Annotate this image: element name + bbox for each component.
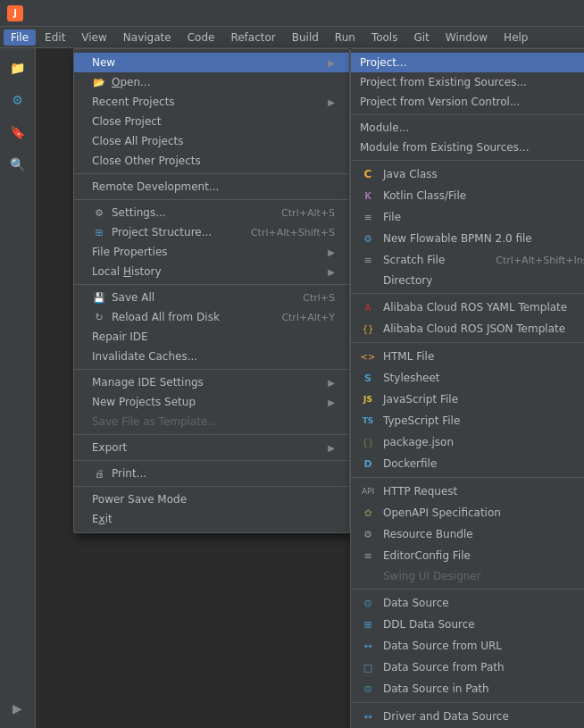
sub-divider-7 [351, 702, 584, 703]
submenu-data-source-in-path[interactable]: ⊙ Data Source in Path [351, 678, 584, 699]
sidebar-run-btn[interactable]: ▶ [5, 696, 30, 721]
ros-yaml-icon: A [360, 299, 376, 315]
submenu-project-existing[interactable]: Project from Existing Sources... [351, 72, 584, 92]
editor-area: New ▶ 📂 Open... Recent Projects ▶ Close … [36, 48, 584, 728]
sidebar: 📁 ⚙ 🔖 🔍 ▶ [0, 48, 36, 728]
sub-divider-1 [351, 114, 584, 115]
menu-close-project[interactable]: Close Project [74, 112, 349, 131]
editorconfig-icon: ≡ [360, 548, 376, 564]
menu-manage-settings[interactable]: Manage IDE Settings ▶ [74, 372, 349, 392]
titlebar: J [0, 0, 584, 27]
submenu-directory[interactable]: Directory [351, 271, 584, 290]
menu-close-other[interactable]: Close Other Projects [74, 151, 349, 171]
menu-exit[interactable]: Exit [74, 509, 349, 529]
submenu-data-source-url[interactable]: ↔ Data Source from URL [351, 635, 584, 657]
menu-settings[interactable]: ⚙ Settings... Ctrl+Alt+S [74, 203, 349, 222]
html-icon: <> [360, 348, 376, 364]
submenu-java-class[interactable]: C Java Class [351, 163, 584, 185]
driver-data-icon: ↔ [360, 708, 376, 724]
divider-4 [74, 369, 349, 370]
kotlin-icon: K [360, 188, 376, 204]
menu-reload[interactable]: ↻ Reload All from Disk Ctrl+Alt+Y [74, 307, 349, 327]
divider-2 [74, 199, 349, 200]
sidebar-find-btn[interactable]: 🔍 [5, 152, 30, 177]
submenu-module[interactable]: Module... [351, 118, 584, 138]
submenu-http[interactable]: API HTTP Request [351, 481, 584, 502]
menu-recent-projects[interactable]: Recent Projects ▶ [74, 92, 349, 112]
divider-3 [74, 284, 349, 285]
submenu-driver-data-source[interactable]: ↔ Driver and Data Source [351, 706, 584, 727]
main-area: 📁 ⚙ 🔖 🔍 ▶ New ▶ 📂 Open... Recent Project… [0, 48, 584, 728]
reload-icon: ↻ [92, 310, 106, 324]
submenu-editorconfig[interactable]: ≡ EditorConfig File [351, 545, 584, 566]
ros-json-icon: {} [360, 321, 376, 337]
menu-open[interactable]: 📂 Open... [74, 72, 349, 92]
data-url-icon: ↔ [360, 638, 376, 654]
new-submenu[interactable]: Project... Project from Existing Sources… [350, 48, 584, 728]
sidebar-bookmark-btn[interactable]: 🔖 [5, 120, 30, 145]
submenu-kotlin-class[interactable]: K Kotlin Class/File [351, 185, 584, 206]
submenu-html[interactable]: <> HTML File [351, 346, 584, 367]
openapi-icon: ✿ [360, 505, 376, 521]
submenu-openapi[interactable]: ✿ OpenAPI Specification [351, 502, 584, 523]
menu-save-all[interactable]: 💾 Save All Ctrl+S [74, 288, 349, 307]
submenu-dockerfile[interactable]: D Dockerfile [351, 453, 584, 474]
menu-navigate[interactable]: Navigate [116, 29, 179, 46]
submenu-flowable[interactable]: ⚙ New Flowable BPMN 2.0 file [351, 228, 584, 249]
sidebar-project-btn[interactable]: 📁 [5, 55, 30, 80]
sub-divider-6 [351, 589, 584, 590]
js-icon: JS [360, 391, 376, 407]
submenu-module-existing[interactable]: Module from Existing Sources... [351, 138, 584, 157]
menu-invalidate[interactable]: Invalidate Caches... [74, 347, 349, 366]
menu-close-all[interactable]: Close All Projects [74, 131, 349, 151]
menu-file[interactable]: File [4, 29, 36, 46]
submenu-scratch[interactable]: ≡ Scratch File Ctrl+Alt+Shift+Insert [351, 249, 584, 271]
css-icon: S [360, 370, 376, 386]
menu-refactor[interactable]: Refactor [223, 29, 282, 46]
app-icon: J [7, 5, 23, 21]
sidebar-structure-btn[interactable]: ⚙ [5, 88, 30, 113]
divider-5 [74, 434, 349, 435]
menu-export[interactable]: Export ▶ [74, 438, 349, 457]
submenu-project-vcs[interactable]: Project from Version Control... [351, 92, 584, 112]
submenu-project[interactable]: Project... [351, 53, 584, 72]
submenu-resource-bundle[interactable]: ⚙ Resource Bundle [351, 523, 584, 545]
menu-code[interactable]: Code [180, 29, 222, 46]
menu-tools[interactable]: Tools [364, 29, 405, 46]
menu-save-template: Save File as Template... [74, 412, 349, 431]
menu-git[interactable]: Git [406, 29, 436, 46]
sub-divider-4 [351, 342, 584, 343]
menu-build[interactable]: Build [285, 29, 326, 46]
menu-help[interactable]: Help [496, 29, 535, 46]
java-class-icon: C [360, 166, 376, 182]
menu-window[interactable]: Window [438, 29, 495, 46]
menu-repair-ide[interactable]: Repair IDE [74, 327, 349, 347]
menu-print[interactable]: 🖨 Print... [74, 464, 349, 483]
submenu-js[interactable]: JS JavaScript File [351, 389, 584, 410]
sub-divider-2 [351, 160, 584, 161]
menu-power-save[interactable]: Power Save Mode [74, 490, 349, 509]
menu-new-projects-setup[interactable]: New Projects Setup ▶ [74, 392, 349, 412]
submenu-ros-yaml[interactable]: A Alibaba Cloud ROS YAML Template [351, 297, 584, 318]
menu-edit[interactable]: Edit [38, 29, 72, 46]
menu-new[interactable]: New ▶ [74, 53, 349, 72]
ddl-icon: ⊞ [360, 616, 376, 632]
submenu-ddl-source[interactable]: ⊞ DDL Data Source [351, 614, 584, 635]
submenu-ts[interactable]: TS TypeScript File [351, 410, 584, 431]
menu-file-properties[interactable]: File Properties ▶ [74, 242, 349, 262]
submenu-package-json[interactable]: {} package.json [351, 431, 584, 453]
submenu-file[interactable]: ≡ File [351, 206, 584, 228]
menu-view[interactable]: View [74, 29, 113, 46]
menu-project-structure[interactable]: ⊞ Project Structure... Ctrl+Alt+Shift+S [74, 222, 349, 242]
submenu-data-source-path[interactable]: □ Data Source from Path [351, 657, 584, 678]
submenu-stylesheet[interactable]: S Stylesheet [351, 367, 584, 389]
file-icon: ≡ [360, 209, 376, 225]
menu-remote-dev[interactable]: Remote Development... [74, 177, 349, 197]
file-menu-dropdown[interactable]: New ▶ 📂 Open... Recent Projects ▶ Close … [73, 48, 350, 533]
divider-1 [74, 173, 349, 174]
submenu-data-source[interactable]: ⊙ Data Source ▶ [351, 592, 584, 614]
menu-run[interactable]: Run [328, 29, 363, 46]
menu-local-history[interactable]: Local History ▶ [74, 262, 349, 281]
submenu-ros-json[interactable]: {} Alibaba Cloud ROS JSON Template [351, 318, 584, 339]
package-json-icon: {} [360, 434, 376, 450]
